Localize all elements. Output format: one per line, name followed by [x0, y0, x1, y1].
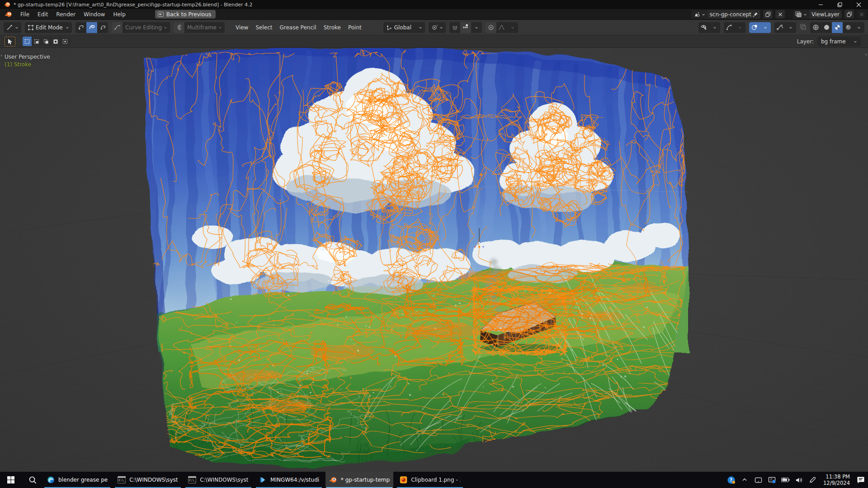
taskbar-app-cmd-2[interactable]: C:\_ C:\WINDOWS\syst... [184, 472, 252, 488]
falloff-dropdown[interactable] [496, 22, 507, 33]
help-tray-icon[interactable]: ? [726, 475, 736, 484]
chevron-down-icon [218, 26, 222, 29]
mingw-icon [259, 475, 267, 484]
shading-wireframe-button[interactable] [810, 22, 821, 33]
taskbar-app-cmd-1[interactable]: C:\_ C:\WINDOWS\syst... [114, 472, 182, 488]
menu-help[interactable]: Help [109, 10, 129, 19]
pin-icon[interactable] [753, 12, 758, 17]
orientation-axes-icon [386, 24, 392, 31]
xray-icon [800, 23, 807, 30]
taskbar-app-xnview[interactable]: Clipboard 1.png - X... [396, 472, 464, 488]
search-icon [28, 476, 37, 484]
taskbar-app-label: C:\WINDOWS\syst... [200, 477, 249, 483]
view-layer-copy-button[interactable] [844, 10, 854, 19]
blender-app-menu-icon[interactable] [5, 11, 13, 18]
gizmo-icon [726, 24, 733, 31]
display-share-icon[interactable] [767, 475, 776, 484]
transform-orientation-dropdown[interactable]: Global [383, 22, 425, 33]
minimize-button[interactable] [811, 0, 830, 9]
sidebar-collapse-arrow[interactable]: ‹ [865, 52, 867, 57]
shading-rendered-button[interactable] [843, 22, 854, 33]
select-mode-point-button[interactable] [75, 22, 86, 33]
menu-view[interactable]: View [232, 22, 252, 33]
snap-toggle[interactable] [449, 22, 460, 33]
maximize-button[interactable] [830, 0, 849, 9]
view-layer-name: ViewLayer [811, 11, 840, 18]
menu-window[interactable]: Window [80, 10, 109, 19]
volume-icon[interactable] [794, 475, 803, 484]
menu-edit[interactable]: Edit [33, 10, 52, 19]
start-button[interactable] [0, 472, 22, 488]
select-intersect-button[interactable] [61, 37, 70, 46]
chevron-down-icon [164, 26, 167, 29]
menu-stroke[interactable]: Stroke [320, 22, 344, 33]
visibility-dropdown[interactable] [698, 22, 720, 33]
chevron-down-icon [66, 26, 69, 29]
active-tool-button[interactable] [5, 37, 15, 47]
select-invert-button[interactable] [51, 37, 61, 46]
toolbar-flyout-arrow[interactable]: › [0, 52, 2, 58]
scene-copy-button[interactable] [763, 10, 773, 19]
shading-solid-button[interactable] [821, 22, 832, 33]
menu-grease-pencil[interactable]: Grease Pencil [276, 22, 320, 33]
menu-point[interactable]: Point [344, 22, 365, 33]
falloff-chevron[interactable] [507, 22, 518, 33]
chevron-down-icon [419, 26, 422, 29]
action-center-icon[interactable] [856, 475, 865, 484]
taskbar-app-mingw[interactable]: MINGW64:/v/studi... [255, 472, 323, 488]
menu-file[interactable]: File [16, 10, 33, 19]
select-mode-between-button[interactable] [97, 22, 108, 33]
viewport-3d[interactable]: User Perspective (1) Stroke › ‹ [0, 48, 868, 472]
curve-editing-toggle[interactable] [112, 22, 123, 33]
tablet-mode-icon[interactable] [754, 475, 763, 484]
overlays-dropdown[interactable] [749, 22, 771, 33]
pivot-point-dropdown[interactable] [429, 22, 446, 33]
scene-browse-button[interactable] [691, 10, 708, 19]
curve-editing-label: Curve Editing [125, 24, 162, 31]
scene-name: scn-gp-concept [710, 11, 751, 18]
xray-toggle[interactable] [800, 23, 807, 32]
blender-logo-icon [4, 1, 10, 8]
select-set-button[interactable] [23, 37, 32, 46]
taskbar-app-blender[interactable]: * gp-startup-temp2... [326, 472, 393, 488]
proportional-edit-toggle[interactable] [486, 22, 496, 33]
multiframe-toggle[interactable] [174, 22, 184, 33]
select-mode-stroke-button[interactable] [86, 22, 97, 33]
search-button[interactable] [22, 472, 43, 488]
pen-icon[interactable] [808, 475, 817, 484]
scene-unlink-button[interactable] [775, 10, 785, 19]
back-to-previous-button[interactable]: Back to Previous [155, 10, 216, 19]
snap-to-button[interactable] [460, 22, 471, 33]
snapping-group [449, 22, 482, 33]
layer-dropdown[interactable]: bg frame [817, 37, 861, 47]
select-subtract-button[interactable] [42, 37, 51, 46]
select-extend-button[interactable] [32, 37, 42, 46]
view-layer-name-field[interactable]: ViewLayer [809, 10, 842, 19]
curve-editing-dropdown[interactable]: Curve Editing [123, 22, 170, 33]
taskbar-app-edge[interactable]: blender grease pen... [43, 472, 111, 488]
svg-text:C:\_: C:\_ [189, 479, 196, 482]
multiframe-label: Multiframe [187, 24, 217, 31]
shading-material-button[interactable] [832, 22, 843, 33]
tray-chevron-up-icon[interactable] [740, 475, 749, 484]
snap-settings-dropdown[interactable] [471, 22, 482, 33]
curve-handles-dropdown[interactable] [774, 22, 796, 33]
menu-render[interactable]: Render [52, 10, 80, 19]
view-layer-browse-button[interactable] [793, 10, 809, 19]
multiframe-dropdown[interactable]: Multiframe [184, 22, 225, 33]
layer-cluster: Layer: bg frame [797, 37, 863, 47]
gizmo-dropdown[interactable] [724, 22, 745, 33]
clock-date: 12/9/2024 [823, 480, 850, 486]
editor-type-button[interactable] [4, 22, 21, 33]
menu-select[interactable]: Select [252, 22, 276, 33]
taskbar-app-label: blender grease pen... [58, 477, 108, 483]
close-button[interactable] [849, 0, 868, 9]
battery-icon[interactable] [781, 475, 790, 484]
layer-value: bg frame [821, 38, 846, 45]
visibility-icon [700, 24, 708, 31]
view-layer-selector: ViewLayer [793, 10, 842, 19]
scene-name-field[interactable]: scn-gp-concept [708, 10, 760, 19]
shading-dropdown[interactable] [854, 22, 864, 33]
taskbar-clock[interactable]: 11:38 PM 12/9/2024 [821, 474, 852, 486]
mode-dropdown[interactable]: Edit Mode [25, 22, 72, 33]
